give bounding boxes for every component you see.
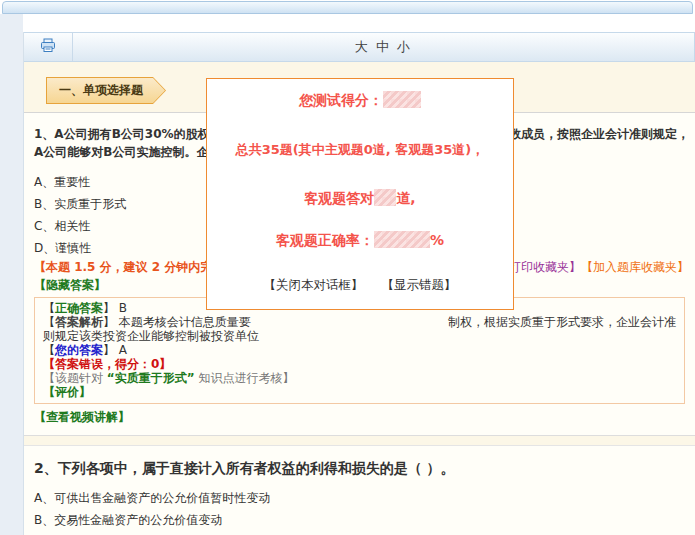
knowledge-point: “实质重于形式” (107, 371, 195, 385)
knowledge-post: 知识点进行考核】 (198, 371, 294, 385)
printer-icon (40, 38, 56, 56)
question-1-text-left: 1、A公司拥有B公司30%的股权， (34, 125, 222, 143)
redacted-rate-value (374, 231, 430, 248)
question-1-hide-answer-link[interactable]: 【隐藏答案】 (34, 278, 106, 292)
bracket: 】 (103, 343, 115, 357)
dialog-rate-suffix: % (430, 232, 444, 248)
result-dialog: 您测试得分： 总共35题(其中主观题0道, 客观题35道)， 客观题答对道, 客… (206, 78, 514, 310)
bracket: 【 (43, 315, 55, 329)
video-link[interactable]: 【查看视频讲解】 (34, 410, 130, 424)
question-1-favorite-link[interactable]: 【加入题库收藏夹】 (581, 260, 689, 274)
question-2-title: 2、下列各项中，属于直接计入所有者权益的利得和损失的是（ ）。 (34, 458, 691, 478)
page-left-margin (0, 14, 23, 535)
section-badge: 一、单项选择题 (46, 77, 166, 104)
close-dialog-button[interactable]: 【关闭本对话框】 (264, 277, 364, 292)
analysis-text-left: 本题考核会计信息质量要 (115, 315, 251, 329)
window-top-bar (2, 1, 693, 14)
analysis-left: 【答案解析】 本题考核会计信息质量要 (43, 316, 251, 329)
question-separator (24, 435, 695, 445)
result-note: 【答案错误，得分：0】 (43, 358, 678, 371)
question-1-answer-box: 【正确答案】 B 【答案解析】 本题考核会计信息质量要 制权，根据实质重于形式要… (34, 297, 685, 404)
question-2-option-a: A、可供出售金融资产的公允价值暂时性变动 (34, 490, 691, 506)
bracket: 【 (43, 301, 55, 315)
dialog-score-row: 您测试得分： (207, 91, 513, 110)
analysis-row-2: 则规定该类投资企业能够控制被投资单位 (43, 330, 678, 343)
your-answer-value: A (119, 343, 127, 357)
video-row: 【查看视频讲解】 (34, 410, 691, 435)
dialog-correct-suffix: 道, (396, 190, 415, 206)
correct-answer-value: B (119, 301, 127, 315)
dialog-correct-prefix: 客观题答对 (304, 190, 374, 206)
dialog-buttons-row: 【关闭本对话框】 【显示错题】 (207, 277, 513, 294)
section-badge-label: 一、单项选择题 (47, 78, 165, 103)
font-size-controls[interactable]: 大 中 小 (73, 33, 694, 61)
print-button[interactable] (24, 33, 73, 61)
knowledge-pre: 【该题针对 (43, 371, 103, 385)
dialog-correct-row: 客观题答对道, (207, 189, 513, 208)
bracket: 【 (43, 343, 55, 357)
dialog-rate-row: 客观题正确率：% (207, 231, 513, 250)
dialog-rate-label: 客观题正确率： (276, 232, 374, 248)
show-wrong-questions-button[interactable]: 【显示错题】 (381, 277, 456, 292)
dialog-score-label: 您测试得分： (299, 92, 383, 108)
bracket: 】 (103, 301, 115, 315)
question-2: 2、下列各项中，属于直接计入所有者权益的利得和损失的是（ ）。 A、可供出售金融… (24, 445, 695, 535)
redacted-correct-count (374, 189, 396, 206)
toolbar: 大 中 小 (24, 32, 695, 62)
analysis-row-1: 【答案解析】 本题考核会计信息质量要 制权，根据实质重于形式要求，企业会计准 (43, 316, 678, 329)
correct-answer-label: 正确答案 (55, 301, 103, 315)
your-answer-label: 您的答案 (55, 343, 103, 357)
knowledge-row: 【该题针对 “实质重于形式” 知识点进行考核】 (43, 372, 678, 385)
question-2-option-b: B、交易性金融资产的公允价值变动 (34, 512, 691, 528)
dialog-total-row: 总共35题(其中主观题0道, 客观题35道)， (207, 141, 513, 159)
analysis-text-right: 制权，根据实质重于形式要求，企业会计准 (448, 316, 678, 329)
redacted-score-value (383, 91, 421, 108)
question-1-text-right: 多数成员，按照企业会计准则规定， (497, 125, 691, 143)
evaluate-row: 【评价】 (43, 386, 678, 399)
your-answer-row: 【您的答案】 A (43, 344, 678, 357)
evaluate-link[interactable]: 【评价】 (43, 385, 91, 399)
analysis-label: 答案解析 (55, 315, 103, 329)
bracket: 】 (103, 315, 115, 329)
